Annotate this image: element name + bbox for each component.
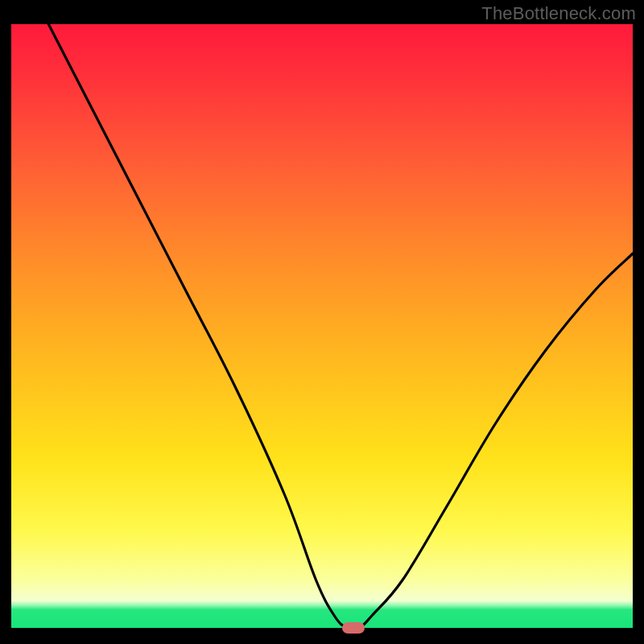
bottleneck-curve <box>11 24 633 628</box>
plot-area <box>11 24 633 628</box>
watermark-text: TheBottleneck.com <box>481 3 636 24</box>
minimum-marker <box>342 622 365 634</box>
chart-frame: TheBottleneck.com <box>0 0 644 644</box>
